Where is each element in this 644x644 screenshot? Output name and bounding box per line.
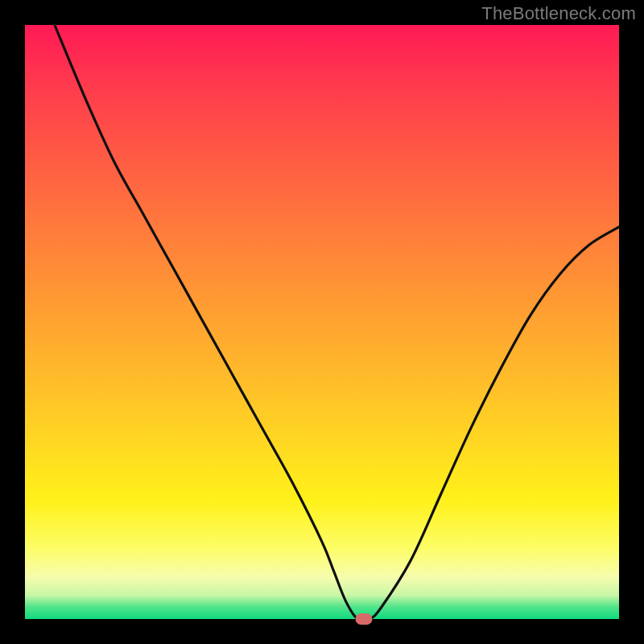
plot-area [25,25,619,619]
bottleneck-curve [25,25,619,619]
optimal-marker [355,613,372,625]
watermark-text: TheBottleneck.com [481,3,636,24]
chart-frame: TheBottleneck.com [0,0,644,644]
